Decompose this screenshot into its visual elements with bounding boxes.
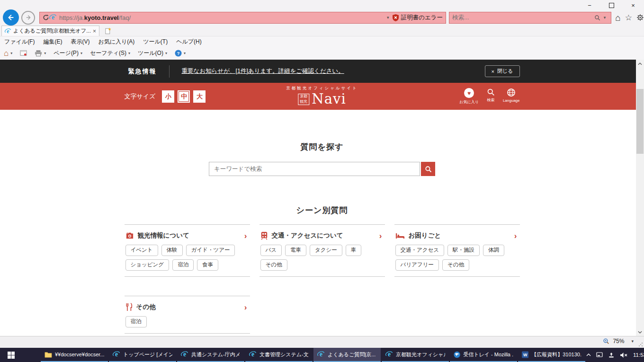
tag-chip[interactable]: その他 bbox=[260, 259, 287, 271]
browser-search-box[interactable]: ▾ bbox=[449, 12, 611, 24]
scrollbar-thumb[interactable] bbox=[636, 89, 644, 154]
zoom-control[interactable]: 75% ▾ bbox=[603, 338, 634, 344]
maximize-button[interactable] bbox=[600, 0, 622, 10]
system-tray: 11:53 bbox=[586, 348, 644, 362]
scroll-up-icon[interactable] bbox=[636, 60, 644, 68]
category-link[interactable]: 交通・アクセスについて › bbox=[260, 231, 384, 240]
taskbar-item-kyotsu-system[interactable]: e 共通システム-庁内メ... bbox=[177, 348, 244, 362]
emergency-label: 緊急情報 bbox=[125, 67, 157, 76]
tab-close-icon[interactable]: × bbox=[93, 28, 96, 35]
tray-chevron-up-icon[interactable] bbox=[586, 353, 591, 356]
font-size-small-button[interactable]: 小 bbox=[162, 90, 174, 103]
site-search-button[interactable]: 検索 bbox=[487, 88, 495, 103]
menu-file[interactable]: ファイル(F) bbox=[0, 38, 39, 46]
new-tab-button[interactable] bbox=[103, 27, 113, 35]
search-icon[interactable] bbox=[594, 15, 600, 21]
tag-chip[interactable]: タクシー bbox=[310, 245, 342, 256]
minimize-button[interactable]: − bbox=[579, 0, 600, 10]
tab-title: よくあるご質問|京都観光オフ... bbox=[13, 27, 91, 35]
font-size-medium-button[interactable]: 中 bbox=[178, 90, 190, 103]
safety-command[interactable]: セーフティ(S)▾ bbox=[86, 49, 134, 57]
ie-icon: e bbox=[317, 351, 325, 358]
tools-command[interactable]: ツール(O)▾ bbox=[134, 49, 171, 57]
refresh-icon[interactable] bbox=[43, 14, 49, 21]
page-command[interactable]: ページ(P)▾ bbox=[50, 49, 86, 57]
search-icon bbox=[425, 166, 432, 173]
tag-chip[interactable]: 体験 bbox=[161, 245, 183, 256]
tray-network-icon[interactable] bbox=[608, 352, 615, 358]
category-link[interactable]: その他 › bbox=[125, 303, 249, 311]
clock[interactable]: 11:53 bbox=[633, 352, 644, 358]
heart-icon: ♥ bbox=[464, 88, 474, 98]
menu-tools[interactable]: ツール(T) bbox=[139, 38, 172, 46]
tag-chip[interactable]: 体調 bbox=[483, 245, 504, 256]
gear-icon[interactable] bbox=[636, 14, 644, 21]
tag-chip[interactable]: ショッピング bbox=[125, 259, 170, 271]
menu-help[interactable]: ヘルプ(H) bbox=[172, 38, 206, 46]
taskbar: ¥¥docserve¥docser... e トップページ [メイン... e … bbox=[0, 348, 644, 362]
scroll-down-icon[interactable] bbox=[636, 328, 644, 336]
tag-chip[interactable]: 駅・施設 bbox=[447, 245, 480, 256]
menu-view[interactable]: 表示(V) bbox=[66, 38, 94, 46]
menu-edit[interactable]: 編集(E) bbox=[39, 38, 66, 46]
category-link[interactable]: お困りごと › bbox=[395, 231, 519, 240]
menu-favorites[interactable]: お気に入り(A) bbox=[94, 38, 139, 46]
keyword-search-button[interactable] bbox=[421, 162, 435, 176]
home-icon[interactable]: ⌂ bbox=[615, 13, 620, 22]
taskbar-item-word-document[interactable]: W 【広報資料】310130... bbox=[518, 348, 585, 362]
tag-chip[interactable]: 電車 bbox=[285, 245, 306, 256]
chevron-right-icon: › bbox=[244, 303, 249, 311]
address-dropdown-icon[interactable]: ▾ bbox=[387, 15, 389, 20]
favorites-star-icon[interactable]: ☆ bbox=[625, 14, 632, 22]
vertical-scrollbar[interactable] bbox=[636, 60, 644, 336]
taskbar-item-faq-active[interactable]: e よくあるご質問|京... bbox=[313, 348, 381, 362]
emergency-notice-link[interactable]: 重要なお知らせが、[1件]あります。詳細をご確認ください。 bbox=[182, 67, 344, 75]
back-button[interactable] bbox=[3, 9, 19, 26]
tag-chip[interactable]: 宿泊 bbox=[125, 316, 147, 327]
print-button[interactable]: ▾ bbox=[31, 50, 50, 57]
tag-chip[interactable]: 車 bbox=[346, 245, 362, 256]
zoom-level: 75% bbox=[613, 338, 624, 344]
tag-chip[interactable]: 交通・アクセス bbox=[395, 245, 445, 256]
tag-chip[interactable]: バリアフリー bbox=[395, 259, 439, 271]
volume-muted-icon[interactable] bbox=[620, 352, 628, 358]
page-viewport: 緊急情報 重要なお知らせが、[1件]あります。詳細をご確認ください。 ×閉じる … bbox=[0, 60, 644, 336]
minimize-icon: − bbox=[588, 2, 591, 9]
start-button[interactable] bbox=[0, 348, 22, 362]
taskbar-item-bunsho-kanri[interactable]: e 文書管理システム-文... bbox=[245, 348, 313, 362]
caret-down-icon: ▾ bbox=[165, 51, 167, 55]
banner-close-button[interactable]: ×閉じる bbox=[485, 65, 520, 77]
font-size-large-button[interactable]: 大 bbox=[193, 90, 206, 103]
taskbar-item-toppage[interactable]: e トップページ [メイン... bbox=[109, 348, 176, 362]
ie-icon: e bbox=[181, 351, 188, 358]
taskbar-item-thunderbird-inbox[interactable]: 受信トレイ - Mozilla ... bbox=[450, 348, 517, 362]
tray-display-icon[interactable] bbox=[596, 352, 603, 358]
tag-chip[interactable]: 宿泊 bbox=[172, 259, 194, 271]
tab-faq[interactable]: e よくあるご質問|京都観光オフ... × bbox=[1, 26, 99, 36]
feeds-button[interactable] bbox=[16, 50, 31, 56]
category-link[interactable]: 観光情報について › bbox=[125, 231, 249, 240]
tag-chip[interactable]: ガイド・ツアー bbox=[186, 245, 235, 256]
site-logo[interactable]: 京都観光オフィシャルサイト 京都観光 Navi bbox=[286, 86, 358, 106]
tag-chip[interactable]: バス bbox=[260, 245, 282, 256]
language-button[interactable]: Language bbox=[503, 88, 520, 103]
home-command-button[interactable]: ⌂▾ bbox=[0, 49, 16, 57]
favorites-nav-button[interactable]: ♥ お気に入り bbox=[459, 88, 479, 105]
title-bar: − × bbox=[0, 0, 644, 9]
keyword-search-input[interactable] bbox=[209, 162, 420, 176]
address-bar[interactable]: e https://ja.kyoto.travel/faq/ ▾ 証明書のエラー bbox=[39, 12, 446, 24]
forward-button[interactable] bbox=[21, 11, 35, 25]
taskbar-item-docserve[interactable]: ¥¥docserve¥docser... bbox=[41, 348, 108, 362]
search-dropdown-icon[interactable]: ▾ bbox=[604, 15, 606, 20]
close-button[interactable]: × bbox=[622, 0, 644, 10]
maximize-icon bbox=[609, 3, 614, 8]
certificate-error-label[interactable]: 証明書のエラー bbox=[401, 14, 443, 22]
word-icon: W bbox=[522, 351, 528, 358]
browser-search-input[interactable] bbox=[451, 14, 594, 21]
tag-chip[interactable]: イベント bbox=[125, 245, 158, 256]
tag-chip[interactable]: 食事 bbox=[197, 259, 218, 271]
taskbar-item-kyoto-official[interactable]: e 京都観光オフィシャル... bbox=[382, 348, 449, 362]
chevron-right-icon: › bbox=[514, 232, 519, 240]
tag-chip[interactable]: その他 bbox=[442, 259, 469, 271]
help-command[interactable]: ?▾ bbox=[171, 50, 189, 57]
